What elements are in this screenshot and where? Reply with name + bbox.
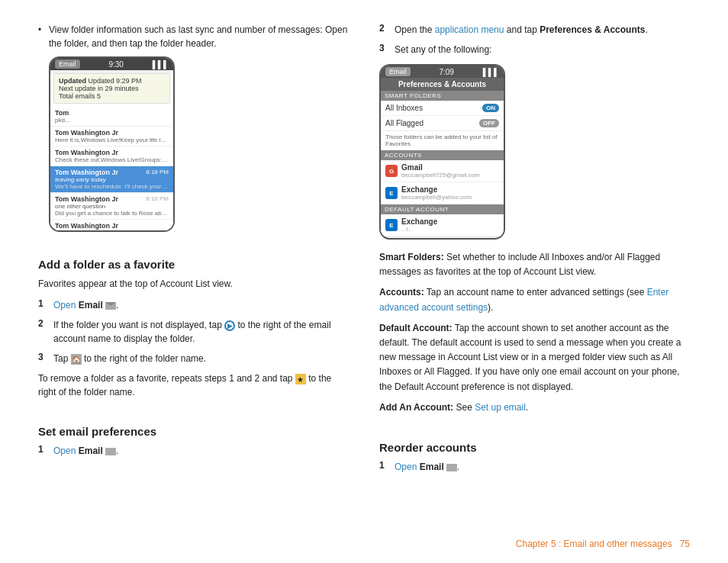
step-reorder-1: 1 Open Email . <box>379 460 690 474</box>
remove-note: To remove a folder as a favorite, repeat… <box>38 372 349 399</box>
step-fav-3-num: 3 <box>38 352 47 362</box>
all-flagged-label: All Flagged <box>385 119 424 127</box>
step-fav-3-text: Tap 🏠 to the right of the folder name. <box>53 352 349 365</box>
email-row-3: Tom Washington Jr Check these out,Window… <box>50 146 173 166</box>
all-flagged-toggle: OFF <box>479 119 499 127</box>
smart-folders-desc: Smart Folders: Set whether to include Al… <box>379 250 690 279</box>
step-prefs-1: 1 Open Email . <box>38 444 349 458</box>
reorder-heading: Reorder accounts <box>379 441 690 454</box>
all-inboxes-toggle: ON <box>482 104 499 112</box>
default-account-info: Exchange ...l... <box>401 217 437 233</box>
smart-folders-label-bar: SMART FOLDERS <box>381 91 504 101</box>
updated-time: Updated 9:29 PM <box>89 77 142 85</box>
exchange-icon: E <box>385 187 398 199</box>
step-reorder-1-text: Open Email . <box>395 460 690 474</box>
reorder-section: Reorder accounts 1 Open Email . <box>379 427 690 480</box>
all-inboxes-row: All Inboxes ON <box>381 101 504 116</box>
email-row-5: Tom Washington Jr8:16 PM one other quest… <box>50 193 173 220</box>
step-fav-1-num: 1 <box>38 298 47 309</box>
favorite-section: Add a folder as a favorite Favorites app… <box>38 244 349 399</box>
step-right-3-text: Set any of the following: <box>395 43 690 56</box>
footer-page: 75 <box>680 539 690 549</box>
default-label-bar: DEFAULT ACCOUNT <box>381 204 504 214</box>
all-flagged-row: All Flagged OFF <box>381 116 504 131</box>
phone-info-box: Updated Updated 9:29 PM Next update in 2… <box>53 73 170 104</box>
phone-left-email-label: Email <box>55 60 80 69</box>
accounts-label-bar: ACCOUNTS <box>381 150 504 160</box>
step-fav-2-num: 2 <box>38 318 47 329</box>
phone-mockup-left: Email 9:30 ▌▌▌ Updated Updated 9:29 PM N… <box>49 56 175 232</box>
step-fav-3: 3 Tap 🏠 to the right of the folder name. <box>38 352 349 365</box>
phone-right-header: Email 7:09 ▌▌▌ <box>381 66 504 78</box>
step-prefs-1-num: 1 <box>38 444 47 455</box>
favorite-desc: Favorites appear at the top of Account L… <box>38 277 349 291</box>
email-row-4: Tom Washington Jr8:18 PM leaving early t… <box>50 166 173 193</box>
exchange-email: beccampbell@yahoo.com <box>401 194 472 201</box>
phone-left-signal: ▌▌▌ <box>153 60 169 69</box>
phone-right-email-label: Email <box>385 67 411 76</box>
footer-chapter: Chapter 5 : Email and other messages <box>516 539 672 549</box>
step-fav-2-text: If the folder you want is not displayed,… <box>53 318 349 346</box>
add-account-desc: Add An Account: See Set up email. <box>379 401 690 415</box>
favorite-heading: Add a folder as a favorite <box>38 258 349 271</box>
total-emails: Total emails 5 <box>59 92 165 100</box>
phone-right-time: 7:09 <box>439 68 453 76</box>
gmail-name: Gmail <box>401 163 480 172</box>
prefs-section: Set email preferences 1 Open Email . <box>38 411 349 464</box>
email-row-1: Tom pkd... <box>50 107 173 127</box>
gmail-account-row: G Gmail beccampbell725@gmail.com <box>381 160 504 182</box>
default-account-sub: ...l... <box>401 226 437 233</box>
exchange-name: Exchange <box>401 185 472 194</box>
default-desc: Default Account: Tap the account shown t… <box>379 321 690 394</box>
phone-right-body: Preferences & Accounts SMART FOLDERS All… <box>381 78 504 236</box>
favorites-note: Those folders can be added to your list … <box>381 131 504 150</box>
phone-left-header: Email 9:30 ▌▌▌ <box>50 58 173 70</box>
right-column: 2 Open the application menu and tap Pref… <box>379 23 690 540</box>
footer: Chapter 5 : Email and other messages 75 <box>516 539 690 549</box>
step-right-2-num: 2 <box>379 23 388 34</box>
next-update: Next update in 29 minutes <box>59 85 165 92</box>
step-fav-2: 2 If the folder you want is not displaye… <box>38 318 349 346</box>
exchange-info: Exchange beccampbell@yahoo.com <box>401 185 472 201</box>
bullet-section: View folder information such as last syn… <box>38 23 349 232</box>
step-right-3: 3 Set any of the following: <box>379 43 690 56</box>
phone-left-body: Updated Updated 9:29 PM Next update in 2… <box>50 73 173 232</box>
email-row-6: Tom Washington Jr <box>50 220 173 232</box>
default-account-row: E Exchange ...l... <box>381 214 504 236</box>
phone-right-signal: ▌▌▌ <box>483 68 499 76</box>
step-right-2: 2 Open the application menu and tap Pref… <box>379 23 690 37</box>
gmail-icon: G <box>385 165 398 177</box>
step-fav-1-text: Open Email . <box>53 298 349 312</box>
prefs-title-bar: Preferences & Accounts <box>381 78 504 91</box>
step-right-3-num: 3 <box>379 43 388 53</box>
bullet-text: View folder information such as last syn… <box>38 23 349 50</box>
all-inboxes-label: All Inboxes <box>385 104 423 112</box>
step-right-2-text: Open the application menu and tap Prefer… <box>395 23 690 37</box>
step-reorder-1-num: 1 <box>379 460 388 471</box>
default-account-name: Exchange <box>401 217 437 226</box>
prefs-heading: Set email preferences <box>38 425 349 438</box>
gmail-info: Gmail beccampbell725@gmail.com <box>401 163 480 179</box>
step-fav-1: 1 Open Email . <box>38 298 349 312</box>
step-prefs-1-text: Open Email . <box>53 444 349 458</box>
left-column: View folder information such as last syn… <box>38 23 349 540</box>
exchange-account-row: E Exchange beccampbell@yahoo.com <box>381 182 504 204</box>
default-exchange-icon: E <box>385 219 398 231</box>
phone-mockup-right: Email 7:09 ▌▌▌ Preferences & Accounts SM… <box>379 64 505 240</box>
accounts-desc: Accounts: Tap an account name to enter a… <box>379 285 690 314</box>
phone-left-time: 9:30 <box>108 60 123 69</box>
email-row-2: Tom Washington Jr Here it is,Windows Liv… <box>50 127 173 146</box>
gmail-email: beccampbell725@gmail.com <box>401 172 480 179</box>
